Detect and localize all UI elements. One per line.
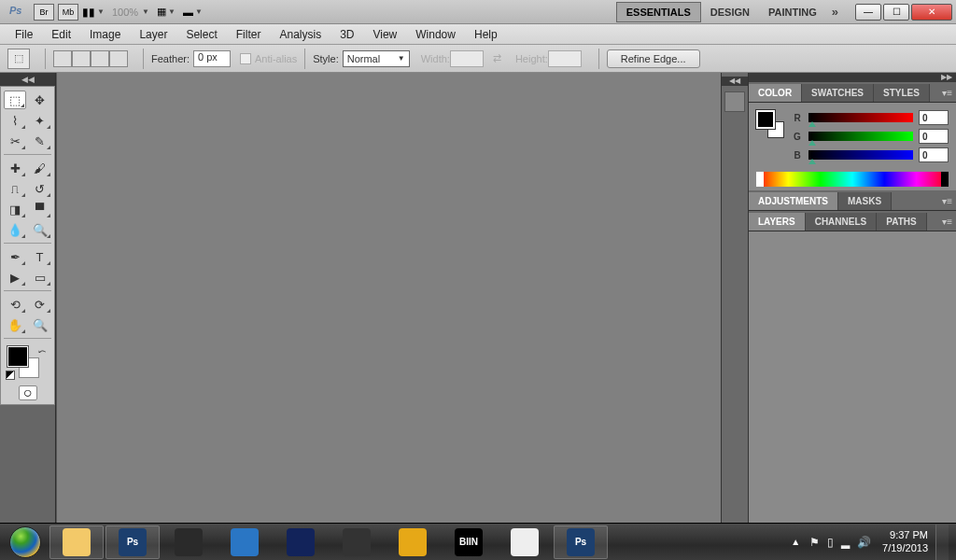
tray-overflow-icon[interactable]: ▲ (791, 537, 800, 547)
workspace-more-icon[interactable]: » (832, 5, 838, 19)
close-button[interactable]: ✕ (911, 4, 952, 21)
layers-panel-body[interactable] (749, 231, 956, 523)
eraser-tool[interactable]: ◨ (4, 200, 26, 218)
hand-tool[interactable]: ✋ (4, 315, 26, 334)
menu-edit[interactable]: Edit (42, 26, 80, 43)
selection-subtract[interactable] (91, 50, 109, 67)
healing-tool[interactable]: ✚ (4, 159, 26, 177)
screen-mode-dropdown[interactable]: ▮▮▼ (82, 6, 105, 19)
foreground-color-swatch[interactable] (7, 346, 28, 367)
panel-color-swatches[interactable] (756, 110, 784, 138)
b-value-input[interactable]: 0 (919, 147, 949, 162)
extras-dropdown[interactable]: ▬▼ (183, 7, 203, 18)
color-tab[interactable]: COLOR (749, 84, 802, 102)
menu-view[interactable]: View (363, 26, 406, 43)
taskbar-item-biin[interactable]: BIIN (442, 525, 496, 559)
taskbar-item-pb[interactable] (274, 525, 328, 559)
start-button[interactable] (2, 525, 49, 559)
dodge-tool[interactable]: 🔍 (29, 220, 51, 239)
arrange-dropdown[interactable]: ▦▼ (157, 6, 176, 18)
g-slider[interactable] (808, 132, 913, 141)
styles-tab[interactable]: STYLES (874, 84, 930, 102)
masks-tab[interactable]: MASKS (838, 192, 892, 210)
zoom-tool[interactable]: 🔍 (29, 315, 51, 334)
workspace-painting[interactable]: PAINTING (759, 3, 826, 21)
workspace-design[interactable]: DESIGN (701, 3, 759, 21)
show-desktop-button[interactable] (935, 525, 949, 560)
blur-tool[interactable]: 💧 (4, 220, 26, 239)
adjustments-panel-menu-icon[interactable]: ▾≡ (942, 196, 952, 206)
maximize-button[interactable]: ☐ (883, 4, 909, 21)
selection-intersect[interactable] (109, 50, 128, 67)
dock-expand-grip[interactable]: ◀◀ (722, 77, 748, 86)
layers-tab[interactable]: LAYERS (749, 213, 806, 231)
volume-icon[interactable]: 🔊 (857, 536, 871, 549)
standard-mode-button[interactable]: ○ (19, 385, 37, 400)
lasso-tool[interactable]: ⌇ (4, 111, 26, 130)
default-colors-icon[interactable] (6, 371, 15, 380)
selection-add[interactable] (72, 50, 91, 67)
move-tool[interactable]: ✥ (29, 91, 51, 109)
taskbar-item-xl[interactable] (162, 525, 216, 559)
battery-icon[interactable]: ▯ (827, 536, 834, 549)
history-brush-tool[interactable]: ↺ (29, 179, 51, 198)
gradient-tool[interactable]: ▀ (29, 200, 51, 218)
feather-input[interactable]: 0 px (193, 50, 231, 67)
tools-collapse-grip[interactable]: ◀◀ (0, 73, 55, 86)
3d-orbit-tool[interactable]: ⟳ (29, 295, 51, 314)
b-slider[interactable] (808, 150, 913, 160)
selection-new[interactable] (53, 50, 72, 67)
channels-tab[interactable]: CHANNELS (806, 213, 878, 231)
menu-image[interactable]: Image (80, 26, 130, 43)
style-select[interactable]: Normal▼ (343, 50, 410, 67)
taskbar-item-photoshop[interactable]: Ps (105, 525, 160, 559)
flag-icon[interactable]: ⚑ (809, 536, 820, 549)
workspace-essentials[interactable]: ESSENTIALS (616, 2, 701, 22)
panel-strip[interactable]: ▶▶ (749, 73, 956, 82)
taskbar-item-aimp[interactable] (386, 525, 440, 559)
menu-3d[interactable]: 3D (330, 26, 363, 43)
swap-colors-icon[interactable]: ⤺ (38, 346, 46, 357)
collapsed-panel-icon[interactable] (724, 91, 745, 112)
zoom-dropdown[interactable]: 100%▼ (112, 7, 149, 18)
taskbar-clock[interactable]: 9:37 PM 7/19/2013 (882, 529, 928, 553)
eyedropper-tool[interactable]: ✎ (29, 132, 51, 150)
taskbar-item-ie[interactable] (218, 525, 272, 559)
menu-select[interactable]: Select (176, 26, 226, 43)
menu-window[interactable]: Window (406, 26, 465, 43)
menu-file[interactable]: File (6, 26, 42, 43)
color-panel-menu-icon[interactable]: ▾≡ (942, 88, 952, 98)
bridge-button[interactable]: Br (34, 4, 54, 21)
taskbar-item-photoshop2[interactable]: Ps (554, 525, 608, 559)
taskbar-item-explorer[interactable] (49, 525, 104, 559)
stamp-tool[interactable]: ⎍ (4, 179, 26, 198)
r-slider[interactable] (808, 113, 913, 122)
r-value-input[interactable]: 0 (919, 110, 949, 125)
menu-analysis[interactable]: Analysis (270, 26, 330, 43)
3d-rotate-tool[interactable]: ⟲ (4, 295, 26, 314)
shape-tool[interactable]: ▭ (29, 268, 51, 287)
minimize-button[interactable]: — (855, 4, 881, 21)
minibridge-button[interactable]: Mb (58, 4, 78, 21)
brush-tool[interactable]: 🖌 (29, 159, 51, 177)
paths-tab[interactable]: PATHS (877, 213, 926, 231)
network-icon[interactable]: ▂ (841, 536, 850, 549)
pen-tool[interactable]: ✒ (4, 247, 26, 266)
path-select-tool[interactable]: ▶ (4, 268, 26, 287)
marquee-tool[interactable]: ⬚ (4, 91, 26, 109)
taskbar-item-chrome[interactable] (498, 525, 552, 559)
crop-tool[interactable]: ✂ (4, 132, 26, 150)
menu-help[interactable]: Help (465, 26, 507, 43)
current-tool-icon[interactable]: ⬚ (7, 49, 30, 69)
menu-layer[interactable]: Layer (130, 26, 176, 43)
refine-edge-button[interactable]: Refine Edge... (607, 49, 700, 68)
swatches-tab[interactable]: SWATCHES (802, 84, 874, 102)
canvas-area[interactable] (56, 73, 721, 523)
adjustments-tab[interactable]: ADJUSTMENTS (749, 192, 838, 210)
quick-select-tool[interactable]: ✦ (29, 111, 51, 130)
layers-panel-menu-icon[interactable]: ▾≡ (942, 217, 952, 227)
spectrum-picker[interactable] (756, 172, 949, 187)
menu-filter[interactable]: Filter (227, 26, 271, 43)
g-value-input[interactable]: 0 (919, 129, 949, 144)
type-tool[interactable]: T (29, 247, 51, 266)
